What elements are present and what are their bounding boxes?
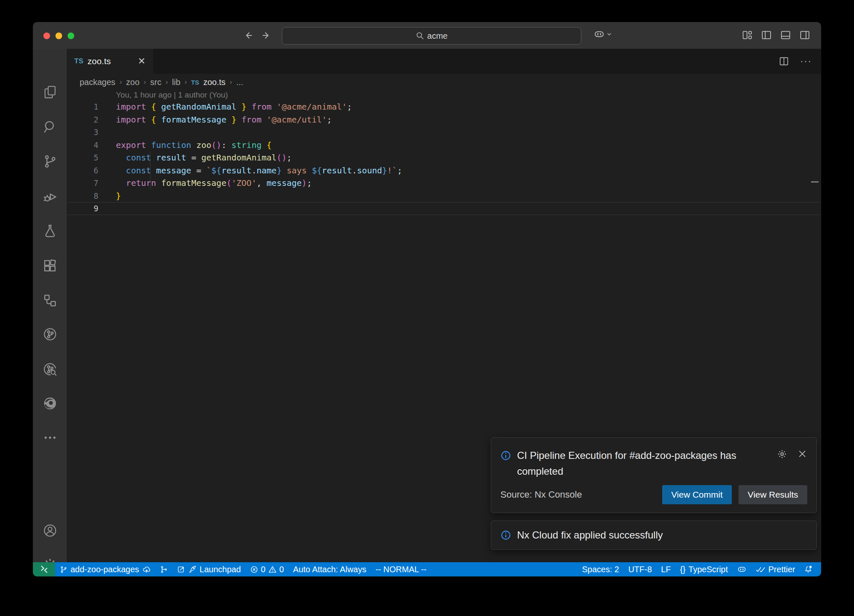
notification-close-icon[interactable] bbox=[797, 449, 807, 459]
extensions-icon[interactable] bbox=[33, 253, 67, 278]
view-commit-button[interactable]: View Commit bbox=[662, 485, 732, 504]
split-editor-icon[interactable] bbox=[779, 56, 789, 67]
auto-attach-item[interactable]: Auto Attach: Always bbox=[289, 562, 371, 576]
copilot-icon bbox=[737, 565, 746, 574]
code-line[interactable]: 5 const result = getRandomAnimal(); bbox=[67, 151, 821, 164]
line-number: 3 bbox=[67, 128, 98, 137]
back-arrow-icon[interactable] bbox=[241, 29, 255, 42]
chevron-right-icon: › bbox=[144, 78, 146, 86]
launchpad-label: Launchpad bbox=[200, 565, 241, 574]
line-number: 1 bbox=[67, 102, 98, 111]
chevron-right-icon: › bbox=[230, 78, 232, 86]
publish-cloud-icon bbox=[142, 565, 151, 574]
edge-devtools-icon[interactable] bbox=[33, 391, 67, 416]
code-line[interactable]: 9 bbox=[67, 202, 821, 215]
maximize-window-button[interactable] bbox=[68, 33, 74, 39]
language-label: TypeScript bbox=[688, 565, 728, 574]
toggle-primary-sidebar-icon[interactable] bbox=[760, 29, 773, 41]
remote-indicator[interactable] bbox=[33, 562, 55, 576]
more-views-icon[interactable] bbox=[33, 425, 67, 450]
line-number: 7 bbox=[67, 178, 98, 188]
layout-controls bbox=[741, 29, 811, 41]
vim-mode-item[interactable]: -- NORMAL -- bbox=[371, 562, 431, 576]
chevron-down-icon bbox=[606, 31, 612, 37]
typescript-file-icon: TS bbox=[74, 57, 83, 65]
code-text: import { formatMessage } from '@acme/uti… bbox=[98, 115, 332, 125]
close-window-button[interactable] bbox=[43, 33, 50, 39]
run-and-debug-icon[interactable] bbox=[33, 184, 67, 209]
chevron-right-icon: › bbox=[120, 78, 122, 86]
formatter-label: Prettier bbox=[769, 565, 795, 574]
auto-attach-label: Auto Attach: Always bbox=[293, 565, 367, 574]
activity-bar bbox=[33, 49, 67, 562]
notification-source: Source: Nx Console bbox=[500, 489, 582, 500]
braces-icon: {} bbox=[680, 565, 686, 574]
breadcrumb-item[interactable]: lib bbox=[172, 78, 181, 87]
breadcrumb-file[interactable]: zoo.ts bbox=[203, 78, 225, 87]
error-count: 0 bbox=[261, 565, 266, 574]
customize-layout-icon[interactable] bbox=[741, 29, 754, 41]
code-text: const message = `${result.name} says ${r… bbox=[98, 165, 402, 175]
indentation-label: Spaces: 2 bbox=[582, 565, 619, 574]
tab-zoo-ts[interactable]: TS zoo.ts ✕ bbox=[67, 49, 153, 74]
forward-arrow-icon[interactable] bbox=[260, 29, 273, 42]
code-text: const result = getRandomAnimal(); bbox=[98, 153, 291, 163]
code-text: return formatMessage('ZOO', message); bbox=[98, 178, 312, 188]
indentation-item[interactable]: Spaces: 2 bbox=[578, 562, 624, 576]
source-control-icon[interactable] bbox=[33, 149, 67, 174]
view-results-button[interactable]: View Results bbox=[738, 485, 807, 504]
title-bar: acme bbox=[33, 22, 821, 49]
code-line[interactable]: 4export function zoo(): string { bbox=[67, 139, 821, 152]
code-line[interactable]: 6 const message = `${result.name} says $… bbox=[67, 164, 821, 177]
minimize-window-button[interactable] bbox=[55, 33, 62, 39]
git-branch-item[interactable]: add-zoo-packages bbox=[55, 562, 156, 576]
code-line[interactable]: 1import { getRandomAnimal } from '@acme/… bbox=[67, 100, 821, 113]
vscode-window: acme bbox=[33, 22, 821, 577]
copilot-icon bbox=[594, 29, 605, 40]
bell-icon bbox=[804, 565, 813, 574]
search-view-icon[interactable] bbox=[33, 115, 67, 140]
overview-ruler-mark bbox=[811, 181, 819, 183]
testing-icon[interactable] bbox=[33, 218, 67, 243]
code-line[interactable]: 3 bbox=[67, 126, 821, 139]
code-line[interactable]: 8} bbox=[67, 190, 821, 203]
account-icon[interactable] bbox=[33, 518, 67, 543]
gitlens-inspect-icon[interactable] bbox=[33, 357, 67, 382]
notification-settings-gear-icon[interactable] bbox=[777, 449, 787, 459]
gitlens-icon[interactable] bbox=[33, 322, 67, 347]
warning-count: 0 bbox=[279, 565, 284, 574]
typescript-file-icon: TS bbox=[191, 79, 199, 86]
git-branch-icon bbox=[60, 566, 68, 573]
breadcrumb-symbol-more[interactable]: ... bbox=[236, 78, 243, 87]
toggle-secondary-sidebar-icon[interactable] bbox=[799, 29, 811, 41]
launchpad-item[interactable]: Launchpad bbox=[173, 562, 246, 576]
breadcrumb-item[interactable]: src bbox=[150, 78, 161, 87]
commit-graph-item[interactable] bbox=[156, 562, 173, 576]
toggle-panel-icon[interactable] bbox=[779, 29, 792, 41]
line-number: 5 bbox=[67, 153, 98, 162]
language-mode-item[interactable]: {} TypeScript bbox=[676, 562, 733, 576]
code-text: export function zoo(): string { bbox=[98, 140, 271, 150]
command-center-search[interactable]: acme bbox=[282, 27, 581, 45]
tab-close-icon[interactable]: ✕ bbox=[138, 57, 146, 66]
eol-item[interactable]: LF bbox=[656, 562, 675, 576]
breadcrumb-item[interactable]: packages bbox=[80, 78, 116, 87]
formatter-item[interactable]: Prettier bbox=[751, 562, 800, 576]
problems-item[interactable]: 0 0 bbox=[246, 562, 289, 576]
code-line[interactable]: 7 return formatMessage('ZOO', message); bbox=[67, 177, 821, 190]
nx-console-icon[interactable] bbox=[33, 288, 67, 313]
error-icon bbox=[250, 566, 258, 573]
notifications-bell-item[interactable] bbox=[800, 562, 818, 576]
breadcrumb-item[interactable]: zoo bbox=[126, 78, 139, 87]
copilot-menu[interactable] bbox=[594, 29, 612, 40]
notification-message: Nx Cloud fix applied successfully bbox=[517, 527, 663, 543]
more-actions-icon[interactable]: ··· bbox=[800, 56, 812, 67]
double-check-icon bbox=[756, 566, 766, 573]
gitlens-blame-annotation[interactable]: You, 1 hour ago | 1 author (You) bbox=[116, 90, 228, 100]
eol-label: LF bbox=[661, 565, 671, 574]
encoding-item[interactable]: UTF-8 bbox=[624, 562, 657, 576]
explorer-icon[interactable] bbox=[33, 80, 67, 105]
warning-icon bbox=[269, 566, 276, 573]
code-line[interactable]: 2import { formatMessage } from '@acme/ut… bbox=[67, 113, 821, 126]
copilot-status-item[interactable] bbox=[733, 562, 751, 576]
